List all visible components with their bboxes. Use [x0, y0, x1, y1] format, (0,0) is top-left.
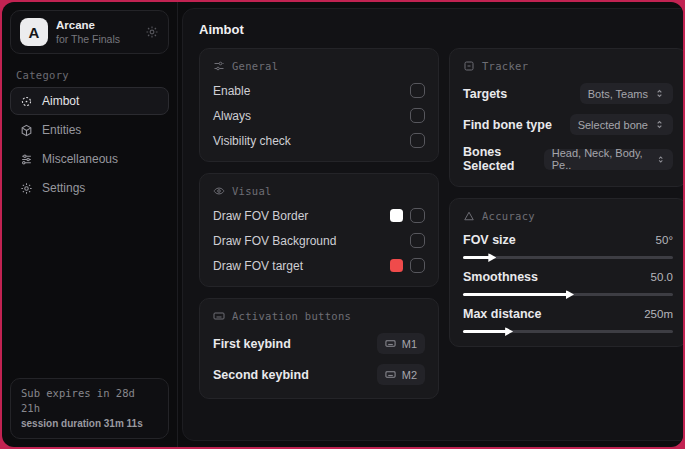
crosshair-icon — [20, 95, 33, 108]
setting-row: Targets Bots, Teams — [463, 83, 673, 104]
sidebar-item-settings[interactable]: Settings — [10, 174, 169, 202]
app-header: A Arcane for The Finals — [10, 10, 169, 54]
slider-fill[interactable] — [463, 256, 490, 259]
sub-expiry-text: Sub expires in 28d 21h — [21, 386, 158, 416]
targets-dropdown[interactable]: Bots, Teams — [580, 83, 673, 104]
visual-card: Visual Draw FOV Border Draw FOV Backgrou… — [199, 173, 439, 287]
card-title: Activation buttons — [232, 310, 351, 322]
main-area: Aimbot General — [178, 2, 683, 447]
sidebar-item-entities[interactable]: Entities — [10, 116, 169, 144]
general-card: General Enable Always Visibility check — [199, 48, 439, 162]
sidebar-item-label: Miscellaneous — [42, 152, 118, 166]
setting-label: Draw FOV target — [213, 259, 303, 273]
chevron-up-down-icon — [654, 119, 665, 130]
cube-icon — [20, 124, 33, 137]
scan-icon — [463, 60, 475, 72]
category-label: Category — [16, 69, 163, 81]
second-keybind-button[interactable]: M2 — [377, 364, 425, 385]
slider-row: FOV size 50° — [463, 233, 673, 259]
gear-icon[interactable] — [145, 25, 159, 39]
chevron-up-down-icon — [656, 154, 665, 165]
sidebar-item-aimbot[interactable]: Aimbot — [10, 87, 169, 115]
setting-row: Draw FOV Border — [213, 208, 425, 223]
fov-size-slider[interactable] — [463, 256, 673, 259]
sidebar: A Arcane for The Finals Category Aimbot — [2, 2, 178, 447]
first-keybind-button[interactable]: M1 — [377, 333, 425, 354]
setting-row: Draw FOV target — [213, 258, 425, 273]
setting-label: Find bone type — [463, 118, 552, 132]
slider-value: 50° — [656, 234, 673, 246]
sidebar-item-label: Entities — [42, 123, 81, 137]
fov-target-color-swatch[interactable] — [390, 259, 403, 272]
card-title: General — [232, 60, 278, 72]
card-title: Tracker — [482, 60, 528, 72]
triangle-icon — [463, 210, 475, 222]
app-name: Arcane — [56, 18, 137, 32]
dropdown-value: Head, Neck, Body, Pe.. — [552, 147, 650, 171]
setting-row: Visibility check — [213, 133, 425, 148]
setting-label: Max distance — [463, 307, 542, 321]
setting-label: Smoothness — [463, 270, 538, 284]
keybind-value: M1 — [402, 338, 417, 350]
smoothness-slider[interactable] — [463, 293, 673, 296]
sidebar-item-label: Settings — [42, 181, 85, 195]
setting-label: Enable — [213, 84, 250, 98]
setting-label: First keybind — [213, 337, 291, 351]
chevron-up-down-icon — [654, 88, 665, 99]
keyboard-icon — [385, 369, 396, 380]
keyboard-icon — [385, 338, 396, 349]
draw-fov-border-checkbox[interactable] — [410, 208, 425, 223]
setting-label: FOV size — [463, 233, 516, 247]
sidebar-item-miscellaneous[interactable]: Miscellaneous — [10, 145, 169, 173]
bones-selected-dropdown[interactable]: Head, Neck, Body, Pe.. — [544, 149, 673, 170]
activation-buttons-card: Activation buttons First keybind M1 — [199, 298, 439, 399]
draw-fov-background-checkbox[interactable] — [410, 233, 425, 248]
sidebar-item-label: Aimbot — [42, 94, 79, 108]
tune-icon — [213, 60, 225, 72]
setting-label: Second keybind — [213, 368, 309, 382]
setting-row: Draw FOV Background — [213, 233, 425, 248]
slider-value: 50.0 — [651, 271, 673, 283]
setting-label: Draw FOV Background — [213, 234, 336, 248]
tracker-card: Tracker Targets Bots, Teams — [449, 48, 683, 187]
keybind-value: M2 — [402, 369, 417, 381]
app-subtitle: for The Finals — [56, 33, 137, 46]
card-title: Visual — [232, 185, 272, 197]
app-logo: A — [20, 18, 48, 46]
content-panel: Aimbot General — [182, 8, 683, 441]
setting-row: Find bone type Selected bone — [463, 114, 673, 135]
setting-row: Enable — [213, 83, 425, 98]
page-title: Aimbot — [183, 9, 683, 48]
setting-row: First keybind M1 — [213, 333, 425, 354]
slider-value: 250m — [644, 308, 673, 320]
setting-row: Bones Selected Head, Neck, Body, Pe.. — [463, 145, 673, 173]
visibility-check-checkbox[interactable] — [410, 133, 425, 148]
draw-fov-target-checkbox[interactable] — [410, 258, 425, 273]
session-duration-text: session duration 31m 11s — [21, 417, 158, 432]
app-window: A Arcane for The Finals Category Aimbot — [2, 2, 683, 447]
gear-icon — [20, 182, 33, 195]
setting-label: Visibility check — [213, 134, 291, 148]
slider-fill[interactable] — [463, 330, 507, 333]
dropdown-value: Selected bone — [578, 119, 648, 131]
sliders-icon — [20, 153, 33, 166]
setting-label: Draw FOV Border — [213, 209, 308, 223]
slider-row: Max distance 250m — [463, 307, 673, 333]
setting-row: Second keybind M2 — [213, 364, 425, 385]
slider-fill[interactable] — [463, 293, 568, 296]
always-checkbox[interactable] — [410, 108, 425, 123]
setting-label: Targets — [463, 87, 507, 101]
accuracy-card: Accuracy FOV size 50° — [449, 198, 683, 347]
sidebar-nav: Aimbot Entities Miscellaneous — [2, 87, 177, 202]
fov-border-color-swatch[interactable] — [390, 209, 403, 222]
subscription-info: Sub expires in 28d 21h session duration … — [10, 378, 169, 439]
setting-row: Always — [213, 108, 425, 123]
card-title: Accuracy — [482, 210, 535, 222]
slider-row: Smoothness 50.0 — [463, 270, 673, 296]
max-distance-slider[interactable] — [463, 330, 673, 333]
find-bone-type-dropdown[interactable]: Selected bone — [570, 114, 673, 135]
setting-label: Always — [213, 109, 251, 123]
eye-icon — [213, 185, 225, 197]
enable-checkbox[interactable] — [410, 83, 425, 98]
setting-label: Bones Selected — [463, 145, 544, 173]
